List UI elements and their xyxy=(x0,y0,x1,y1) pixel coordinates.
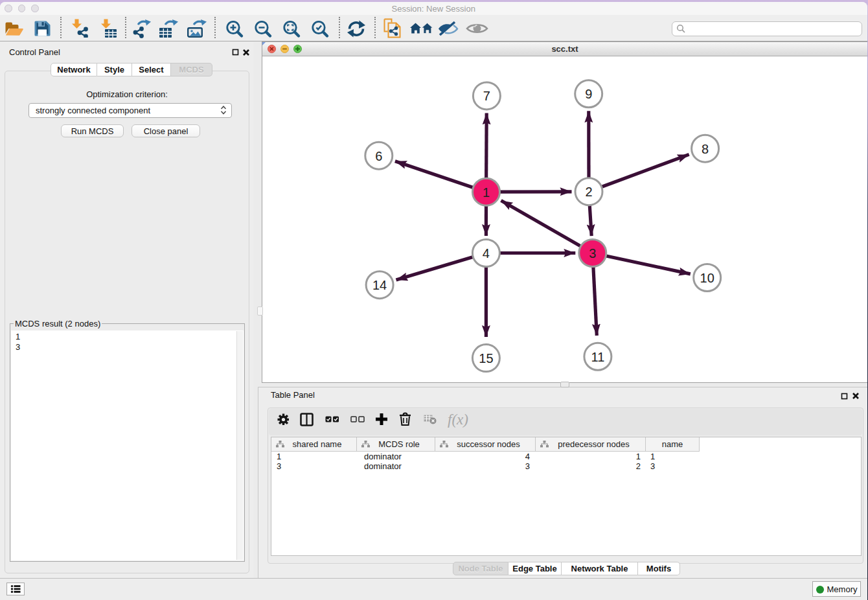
svg-text:10: 10 xyxy=(700,271,714,285)
svg-text:2: 2 xyxy=(585,185,592,199)
svg-text:4: 4 xyxy=(483,246,490,260)
svg-text:11: 11 xyxy=(591,350,605,364)
svg-text:15: 15 xyxy=(479,351,493,365)
svg-text:3: 3 xyxy=(589,246,596,260)
svg-text:14: 14 xyxy=(372,278,387,292)
svg-text:6: 6 xyxy=(375,149,382,163)
svg-text:9: 9 xyxy=(585,87,592,101)
svg-text:1: 1 xyxy=(483,185,490,200)
svg-text:7: 7 xyxy=(483,89,490,103)
svg-text:8: 8 xyxy=(702,142,709,156)
